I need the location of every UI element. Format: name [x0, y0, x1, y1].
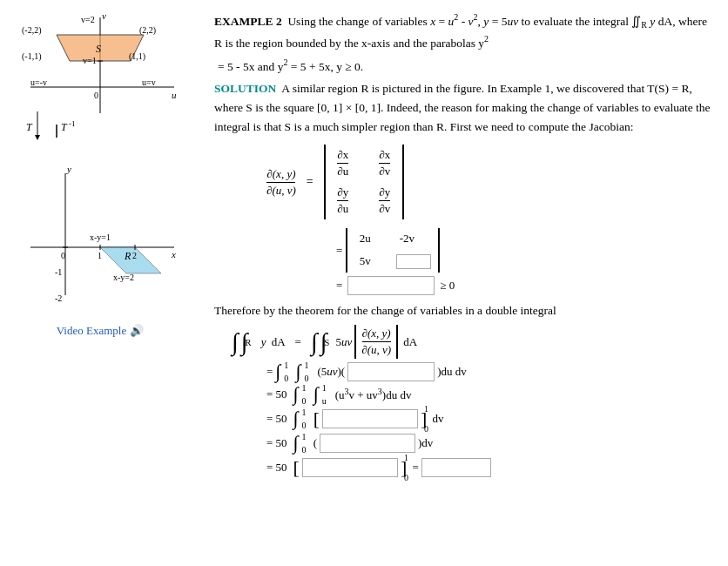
- 5uv-paren: (5uv)(: [317, 365, 345, 379]
- equals-main: =: [295, 335, 301, 349]
- dv-4: dv: [429, 412, 443, 426]
- svg-text:v: v: [102, 10, 106, 21]
- eval-row-1: 2u -2v: [354, 232, 431, 246]
- subscript-S-int: S: [324, 337, 329, 347]
- lower-u: u: [322, 396, 327, 406]
- jacobian-result-input[interactable]: [347, 276, 435, 295]
- lower-0c: 0: [302, 396, 307, 406]
- jacobian-denominator: ∂(u, v): [266, 183, 296, 198]
- right-bracket-4: ] 1 0: [421, 408, 427, 430]
- svg-text:(-2,2): (-2,2): [22, 25, 42, 36]
- example-number: EXAMPLE 2: [214, 15, 282, 28]
- lower-0b: 0: [304, 374, 308, 383]
- jacobian-matrix: ∂(x, y) ∂(u, v) = ∂x ∂u ∂x ∂v ∂y ∂u: [266, 145, 714, 219]
- upper-1: 1: [284, 360, 288, 370]
- int-with-limits-4: ∫ 1 0: [293, 409, 299, 428]
- integral-line-1: ∫ ∫ R y dA = ∫ ∫ S 5uv ∂(x, y) ∂(u, v) d…: [232, 325, 714, 359]
- svg-text:u: u: [172, 90, 177, 100]
- video-example-link[interactable]: Video Example 🔊: [9, 324, 192, 338]
- svg-text:(-1,1): (-1,1): [22, 51, 42, 62]
- dA-text: dA: [401, 335, 417, 349]
- svg-text:x-y=2: x-y=2: [113, 273, 134, 282]
- step2-input[interactable]: [347, 362, 435, 381]
- equals-final: =: [409, 461, 419, 475]
- int-with-limits-3b: ∫ 1 u: [313, 385, 319, 404]
- subscript-R: R: [641, 20, 647, 30]
- svg-text:2: 2: [132, 251, 137, 260]
- svg-text:(2,2): (2,2): [139, 25, 156, 36]
- svg-text:R: R: [124, 250, 131, 262]
- step6-input-2[interactable]: [421, 458, 491, 477]
- geq-zero-line: = ≥ 0: [336, 276, 714, 295]
- step2-eq: =: [266, 365, 273, 379]
- matrix-dx-du: ∂x ∂u: [333, 148, 354, 179]
- abs-jacobian: ∂(x, y) ∂(u, v): [354, 325, 398, 359]
- svg-text:0: 0: [94, 91, 98, 100]
- svg-text:x-y=1: x-y=1: [90, 232, 111, 242]
- upper-1d: 1: [322, 383, 327, 393]
- svg-text:S: S: [96, 43, 101, 55]
- step5-eq: = 50: [266, 436, 287, 450]
- matrix-dy-dv: ∂y ∂v: [374, 185, 395, 216]
- int-with-limits-5: ∫ 1 0: [293, 434, 299, 453]
- val-2u: 2u: [354, 232, 375, 246]
- left-bracket-4: [: [313, 408, 320, 430]
- step3-expr: (u3v + uv3)du dv: [335, 387, 412, 402]
- val-empty-input[interactable]: [396, 254, 431, 269]
- paren-open-5: (: [313, 436, 317, 450]
- lower-0f: 0: [302, 445, 307, 455]
- integral-1a: ∫: [232, 330, 239, 354]
- step4-input[interactable]: [322, 409, 418, 428]
- y-dA-text: y: [261, 335, 266, 349]
- svg-text:v=1: v=1: [83, 56, 97, 65]
- upper-1b: 1: [304, 360, 308, 370]
- upper-1f: 1: [302, 432, 307, 441]
- example-title: EXAMPLE 2 Using the change of variables …: [214, 10, 714, 52]
- step4-eq: = 50: [266, 412, 287, 426]
- xy-diagram: y x x-y=1 x-y=2 R 0 1 2 -1 -2: [13, 160, 187, 317]
- equals-sign-2: =: [336, 244, 342, 258]
- step2-line: = ∫ 1 0 ∫ 1 0 (5uv)( )du dv: [266, 362, 714, 381]
- svg-text:-1: -1: [55, 267, 62, 277]
- upper-1e: 1: [302, 408, 307, 417]
- svg-text:T: T: [26, 121, 33, 133]
- int-with-limits-1: ∫ 1 0: [275, 362, 280, 381]
- svg-text:(1,1): (1,1): [129, 51, 145, 62]
- matrix-input-1[interactable]: [396, 254, 431, 269]
- example-eq-line: = 5 - 5x and y2 = 5 + 5x, y ≥ 0.: [218, 56, 714, 76]
- svg-text:0: 0: [61, 251, 65, 260]
- int-with-limits-3a: ∫ 1 0: [293, 385, 299, 404]
- solution-label: SOLUTION: [214, 82, 276, 95]
- lower-0: 0: [284, 374, 288, 383]
- svg-text:-1: -1: [69, 119, 76, 128]
- video-example-label: Video Example: [57, 324, 126, 338]
- evaluated-matrix: 2u -2v 5v: [346, 228, 440, 273]
- step3-line: = 50 ∫ 1 0 ∫ 1 u (u3v + uv3)du dv: [266, 385, 714, 404]
- jacobian-equals: =: [307, 175, 313, 189]
- svg-text:T: T: [61, 121, 68, 133]
- int-with-limits-2: ∫ 1 0: [295, 362, 300, 381]
- matrix-values-row: = 2u -2v 5v: [336, 228, 714, 273]
- step5-input[interactable]: [320, 434, 415, 453]
- svg-text:y: y: [66, 164, 71, 174]
- matrix-dx-dv: ∂x ∂v: [374, 148, 395, 179]
- theorem-text: Therefore by the theorem for the change …: [214, 304, 714, 318]
- upper-1c: 1: [302, 383, 307, 393]
- matrix-row-2: ∂y ∂u ∂y ∂v: [333, 185, 395, 216]
- svg-text:-2: -2: [55, 293, 62, 303]
- geq-zero-text: ≥ 0: [440, 279, 455, 293]
- dv-5: )dv: [418, 436, 433, 450]
- svg-text:1: 1: [98, 251, 102, 260]
- integral-2a: ∫: [311, 330, 318, 354]
- and-text: and: [258, 60, 275, 73]
- svg-text:x: x: [171, 249, 176, 259]
- left-bracket-6: [: [293, 456, 300, 479]
- eval-row-2: 5v: [354, 254, 431, 269]
- svg-text:u=v: u=v: [142, 77, 156, 87]
- solution-paragraph: SOLUTION A similar region R is pictured …: [214, 79, 714, 136]
- step6-input-1[interactable]: [302, 458, 398, 477]
- du-dv: )du dv: [437, 365, 467, 379]
- lower-0e: 0: [302, 421, 307, 430]
- step6-eq: = 50: [266, 461, 287, 475]
- val-neg2v: -2v: [396, 232, 417, 246]
